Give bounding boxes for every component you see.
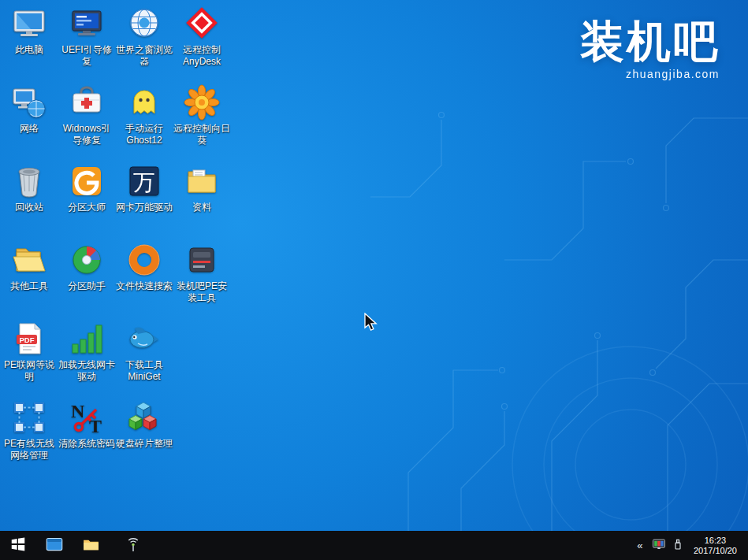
desktop-icon-nic-universal-driver[interactable]: 万 网卡万能驱动 bbox=[116, 162, 173, 213]
documents-folder-icon bbox=[183, 162, 221, 200]
desktop-icon-label: 远程控制AnyDesk bbox=[173, 44, 230, 68]
desktop-icon-label: 网络 bbox=[1, 123, 58, 135]
desktop-icon-diskgenius[interactable]: 分区大师 bbox=[58, 162, 115, 213]
display-color-icon bbox=[651, 536, 667, 554]
clear-password-icon: NT bbox=[68, 399, 106, 436]
pdf-readme-icon: PDF bbox=[10, 320, 48, 358]
desktop-icon-label: 文件快速搜索 bbox=[116, 280, 173, 292]
network-icon bbox=[10, 83, 48, 121]
desktop-icon-grid: 此电脑 UEFI引导修复 世界之窗浏览器 远程控制AnyDesk 网络 Widn… bbox=[1, 5, 237, 509]
clock-date: 2017/10/20 bbox=[694, 546, 737, 556]
desktop-icon-label: 世界之窗浏览器 bbox=[116, 44, 173, 68]
desktop-icon-documents-folder[interactable]: 资料 bbox=[173, 162, 230, 213]
desktop-icon-disk-defrag[interactable]: 硬盘碎片整理 bbox=[116, 399, 173, 450]
desktop-icon-file-quick-search[interactable]: 文件快速搜索 bbox=[116, 241, 173, 292]
display-settings-tray-button[interactable] bbox=[649, 531, 668, 560]
desktop-icon-label: 分区助手 bbox=[58, 280, 115, 292]
wireless-antenna-icon bbox=[124, 535, 143, 556]
desktop-icon-recycle-bin[interactable]: 回收站 bbox=[1, 162, 58, 213]
desktop-icon-pdf-readme[interactable]: PDF PE联网等说明 bbox=[1, 320, 58, 383]
wireless-network-button[interactable] bbox=[115, 531, 151, 560]
tray-expand-button[interactable]: « bbox=[631, 531, 649, 560]
anydesk-remote-icon bbox=[183, 5, 221, 43]
desktop-icon-miniget-fish[interactable]: 下载工具MiniGet bbox=[116, 320, 173, 383]
this-pc-icon bbox=[10, 5, 48, 43]
desktop-icon-uefi-boot-repair[interactable]: UEFI引导修复 bbox=[58, 5, 115, 68]
zhuangjiba-pe-installer-icon bbox=[183, 241, 221, 279]
brand-url: zhuangjiba.com bbox=[580, 68, 720, 80]
desktop-icon-label: 清除系统密码 bbox=[58, 438, 115, 450]
desktop-icon-label: UEFI引导修复 bbox=[58, 44, 115, 68]
ghost12-icon bbox=[125, 83, 163, 121]
brand-title: 装机吧 bbox=[580, 19, 720, 65]
desktop-icon-label: PE有线无线网络管理 bbox=[1, 438, 58, 462]
other-tools-folder-icon bbox=[10, 241, 48, 279]
desktop-icon-this-pc[interactable]: 此电脑 bbox=[1, 5, 58, 56]
desktop-icon-partition-assistant[interactable]: 分区助手 bbox=[58, 241, 115, 292]
file-quick-search-icon bbox=[125, 241, 163, 279]
disk-defrag-icon bbox=[125, 399, 163, 436]
desktop-icon-sunflower-remote[interactable]: 远程控制向日葵 bbox=[173, 83, 230, 146]
brand-watermark: 装机吧 zhuangjiba.com bbox=[580, 19, 720, 80]
taskbar: « bbox=[0, 531, 748, 560]
taskbar-clock[interactable]: 16:23 2017/10/20 bbox=[687, 536, 743, 556]
desktop-icon-label: 下载工具MiniGet bbox=[116, 359, 173, 383]
desktop-icon-browser-globe[interactable]: 世界之窗浏览器 bbox=[116, 5, 173, 68]
desktop-icon-anydesk-remote[interactable]: 远程控制AnyDesk bbox=[173, 5, 230, 68]
desktop-icon-label: 资料 bbox=[173, 202, 230, 213]
desktop-background[interactable]: 装机吧 zhuangjiba.com 此电脑 UEFI引导修复 世界之窗浏览器 … bbox=[0, 0, 748, 531]
mouse-cursor bbox=[363, 313, 381, 333]
blue-window-icon bbox=[44, 534, 65, 557]
desktop-icon-windows-boot-repair[interactable]: Widnows引导修复 bbox=[58, 83, 115, 146]
clock-time: 16:23 bbox=[694, 536, 737, 546]
wireless-driver-icon bbox=[68, 320, 106, 358]
usb-device-icon bbox=[671, 537, 685, 554]
browser-globe-icon bbox=[125, 5, 163, 43]
usb-device-tray-button[interactable] bbox=[668, 531, 687, 560]
desktop-icon-label: 其他工具 bbox=[1, 280, 58, 292]
diskgenius-icon bbox=[68, 162, 106, 200]
desktop-icon-clear-password[interactable]: NT 清除系统密码 bbox=[58, 399, 115, 450]
desktop-icon-label: Widnows引导修复 bbox=[58, 123, 115, 146]
windows-logo-icon bbox=[9, 536, 27, 555]
recycle-bin-icon bbox=[10, 162, 48, 200]
desktop-icon-label: 此电脑 bbox=[1, 44, 58, 56]
svg-text:T: T bbox=[89, 416, 102, 436]
desktop-icon-label: 回收站 bbox=[1, 202, 58, 213]
desktop-icon-ghost12[interactable]: 手动运行Ghost12 bbox=[116, 83, 173, 146]
windows-boot-repair-icon bbox=[68, 83, 106, 121]
desktop-icon-label: 网卡万能驱动 bbox=[116, 202, 173, 213]
desktop-icon-label: 硬盘碎片整理 bbox=[116, 438, 173, 450]
desktop-icon-zhuangjiba-pe-installer[interactable]: 装机吧PE安装工具 bbox=[173, 241, 230, 304]
app-window-button[interactable] bbox=[36, 531, 73, 560]
svg-text:PDF: PDF bbox=[20, 336, 35, 344]
pe-desktop-screen: 装机吧 zhuangjiba.com 此电脑 UEFI引导修复 世界之窗浏览器 … bbox=[0, 0, 748, 560]
nic-universal-driver-icon: 万 bbox=[125, 162, 163, 200]
desktop-icon-label: 手动运行Ghost12 bbox=[116, 123, 173, 146]
desktop-icon-wireless-driver[interactable]: 加载无线网卡驱动 bbox=[58, 320, 115, 383]
desktop-icon-network[interactable]: 网络 bbox=[1, 83, 58, 135]
file-explorer-button[interactable] bbox=[73, 531, 109, 560]
uefi-boot-repair-icon bbox=[68, 5, 106, 43]
start-button[interactable] bbox=[0, 531, 36, 560]
sunflower-remote-icon bbox=[183, 83, 221, 121]
desktop-icon-label: PE联网等说明 bbox=[1, 359, 58, 383]
desktop-icon-pe-network-manager[interactable]: PE有线无线网络管理 bbox=[1, 399, 58, 462]
svg-text:N: N bbox=[71, 401, 85, 421]
desktop-icon-label: 分区大师 bbox=[58, 202, 115, 213]
system-tray: « bbox=[631, 531, 748, 560]
miniget-fish-icon bbox=[125, 320, 163, 358]
folder-icon bbox=[81, 535, 101, 557]
desktop-icon-label: 装机吧PE安装工具 bbox=[173, 280, 230, 304]
desktop-icon-label: 远程控制向日葵 bbox=[173, 123, 230, 146]
desktop-icon-other-tools-folder[interactable]: 其他工具 bbox=[1, 241, 58, 292]
desktop-icon-label: 加载无线网卡驱动 bbox=[58, 359, 115, 383]
svg-text:万: 万 bbox=[133, 169, 155, 195]
partition-assistant-icon bbox=[68, 241, 106, 279]
pe-network-manager-icon bbox=[10, 399, 48, 436]
